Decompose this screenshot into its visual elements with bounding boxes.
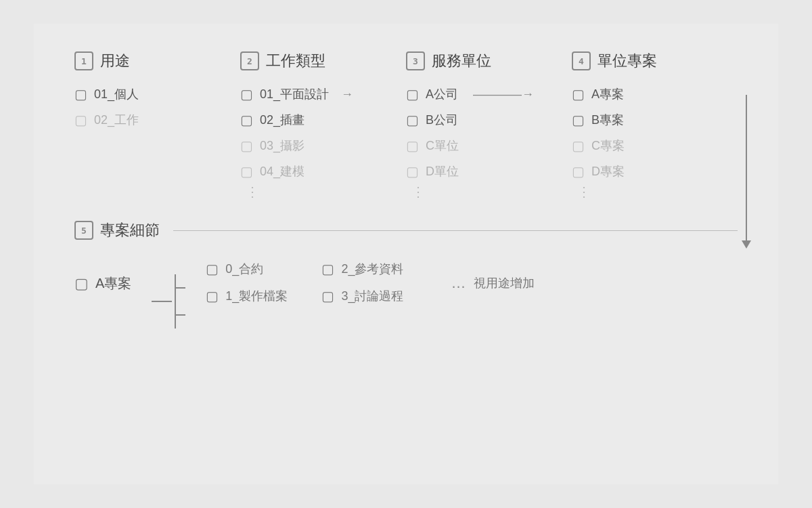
folder-icon: ▢ xyxy=(240,137,253,154)
column-2-header: 2 工作類型 xyxy=(240,51,406,71)
column-2-worktype: 2 工作類型 ▢ 01_平面設計 → ▢ 02_插畫 ▢ 03_攝影 xyxy=(240,51,406,200)
folder-icon: ▢ xyxy=(572,86,585,102)
folder-icon: ▢ xyxy=(240,163,253,179)
long-arrow-icon: ————→ xyxy=(473,87,534,102)
list-item[interactable]: ▢ 0_合約 xyxy=(206,261,288,277)
list-item[interactable]: ▢ C專案 xyxy=(572,137,738,154)
column-1-folder-list: ▢ 01_個人 ▢ 02_工作 xyxy=(74,86,240,128)
column-3-service: 3 服務單位 ▢ A公司 ————→ ▢ B公司 ▢ C單位 xyxy=(406,51,572,200)
addition-text: 視用途增加 xyxy=(474,275,535,291)
list-item[interactable]: ▢ 04_建模 xyxy=(240,163,406,179)
step-badge-4: 4 xyxy=(572,51,591,70)
folder-label: D單位 xyxy=(426,163,459,179)
folder-label: C專案 xyxy=(591,137,625,154)
folder-label: 0_合約 xyxy=(225,261,263,277)
column-1-header: 1 用途 xyxy=(74,51,240,71)
addition-area: … 視用途增加 xyxy=(444,274,535,292)
column-4-folder-list: ▢ A專案 ▢ B專案 ▢ C專案 ▢ D專案 xyxy=(572,86,738,179)
section5-row: 5 專案細節 xyxy=(74,220,738,240)
column-4-project: 4 單位專案 ▢ A專案 ▢ B專案 ▢ C專案 ▢ D專案 xyxy=(572,51,738,200)
step-badge-3: 3 xyxy=(406,51,425,70)
list-item[interactable]: ▢ C單位 xyxy=(406,137,572,154)
list-item[interactable]: ▢ 03_攝影 xyxy=(240,137,406,154)
list-item[interactable]: ▢ D單位 xyxy=(406,163,572,179)
main-container: 1 用途 ▢ 01_個人 ▢ 02_工作 2 工作類型 xyxy=(34,24,778,484)
folder-label: 2_參考資料 xyxy=(341,261,403,277)
more-folders: ▢ 2_參考資料 ▢ 3_討論過程 xyxy=(321,261,403,304)
folder-icon: ▢ xyxy=(572,137,585,154)
section5-header: 5 專案細節 xyxy=(74,220,160,240)
list-item[interactable]: ▢ B專案 xyxy=(572,112,738,128)
list-item[interactable]: ▢ 02_插畫 xyxy=(240,112,406,128)
folder-label: 03_攝影 xyxy=(260,137,304,154)
folder-icon: ▢ xyxy=(206,261,219,277)
folder-label: 01_平面設計 xyxy=(260,86,329,102)
tree-connector xyxy=(152,274,185,329)
list-item[interactable]: ▢ A公司 ————→ xyxy=(406,86,572,102)
folder-label: A公司 xyxy=(426,86,458,102)
folder-icon: ▢ xyxy=(572,163,585,179)
ellipsis-dots: ⋮ xyxy=(572,184,738,200)
arrow-down-icon xyxy=(742,240,751,249)
main-folder-a[interactable]: ▢ A專案 xyxy=(74,274,131,293)
list-item[interactable]: ▢ 2_參考資料 xyxy=(321,261,403,277)
top-section: 1 用途 ▢ 01_個人 ▢ 02_工作 2 工作類型 xyxy=(74,51,738,200)
folder-icon: ▢ xyxy=(74,86,87,102)
list-item[interactable]: ▢ 01_個人 xyxy=(74,86,240,102)
list-item[interactable]: ▢ 3_討論過程 xyxy=(321,288,403,304)
folder-label: 01_個人 xyxy=(94,86,139,102)
arrow-right-icon: → xyxy=(341,87,353,102)
folder-icon: ▢ xyxy=(74,112,87,128)
folder-label: 3_討論過程 xyxy=(341,288,403,304)
folder-icon: ▢ xyxy=(572,112,585,128)
folder-icon: ▢ xyxy=(206,288,219,304)
list-item[interactable]: ▢ 01_平面設計 → xyxy=(240,86,406,102)
folder-label: B專案 xyxy=(591,112,624,128)
folder-icon: ▢ xyxy=(406,112,419,128)
column-3-title: 服務單位 xyxy=(432,51,491,71)
column-4-title: 單位專案 xyxy=(597,51,657,71)
folder-icon: ▢ xyxy=(406,86,419,102)
vertical-line xyxy=(746,95,747,240)
step-badge-5: 5 xyxy=(74,221,93,240)
list-item[interactable]: ▢ 02_工作 xyxy=(74,112,240,128)
main-folder-label: A專案 xyxy=(95,274,131,293)
bracket-svg xyxy=(172,274,185,329)
list-item[interactable]: ▢ D專案 xyxy=(572,163,738,179)
column-3-header: 3 服務單位 xyxy=(406,51,572,71)
column-3-folder-list: ▢ A公司 ————→ ▢ B公司 ▢ C單位 ▢ D單位 xyxy=(406,86,572,179)
list-item[interactable]: ▢ A專案 xyxy=(572,86,738,102)
column-2-title: 工作類型 xyxy=(266,51,325,71)
h-line xyxy=(152,301,172,302)
vertical-arrow xyxy=(742,95,751,249)
column-4-header: 4 單位專案 xyxy=(572,51,738,71)
folder-label: 02_插畫 xyxy=(260,112,304,128)
sub-folders: ▢ 0_合約 ▢ 1_製作檔案 xyxy=(206,261,288,304)
folder-icon: ▢ xyxy=(240,86,253,102)
step-badge-2: 2 xyxy=(240,51,259,70)
step-badge-1: 1 xyxy=(74,51,93,70)
folder-icon: ▢ xyxy=(74,275,89,293)
column-1-purpose: 1 用途 ▢ 01_個人 ▢ 02_工作 xyxy=(74,51,240,200)
folder-label: C單位 xyxy=(426,137,459,154)
folder-icon: ▢ xyxy=(406,163,419,179)
ellipsis-dots: ⋮ xyxy=(406,184,572,200)
folder-icon: ▢ xyxy=(240,112,253,128)
list-item[interactable]: ▢ B公司 xyxy=(406,112,572,128)
ellipsis-icon: … xyxy=(451,274,466,292)
folder-icon: ▢ xyxy=(321,261,334,277)
folder-label: A專案 xyxy=(591,86,624,102)
divider-line xyxy=(173,230,738,231)
column-2-folder-list: ▢ 01_平面設計 → ▢ 02_插畫 ▢ 03_攝影 ▢ 04_建模 xyxy=(240,86,406,179)
ellipsis-dots: ⋮ xyxy=(240,184,406,200)
folder-icon: ▢ xyxy=(321,288,334,304)
folder-label: 02_工作 xyxy=(94,112,139,128)
folder-label: B公司 xyxy=(426,112,458,128)
bottom-section: ▢ A專案 ▢ 0_合約 ▢ 1_製作檔案 xyxy=(74,261,738,329)
list-item[interactable]: ▢ 1_製作檔案 xyxy=(206,288,288,304)
folder-label: 04_建模 xyxy=(260,163,304,179)
section5-title: 專案細節 xyxy=(100,220,160,240)
column-1-title: 用途 xyxy=(100,51,130,71)
folder-label: D專案 xyxy=(591,163,625,179)
folder-label: 1_製作檔案 xyxy=(225,288,288,304)
